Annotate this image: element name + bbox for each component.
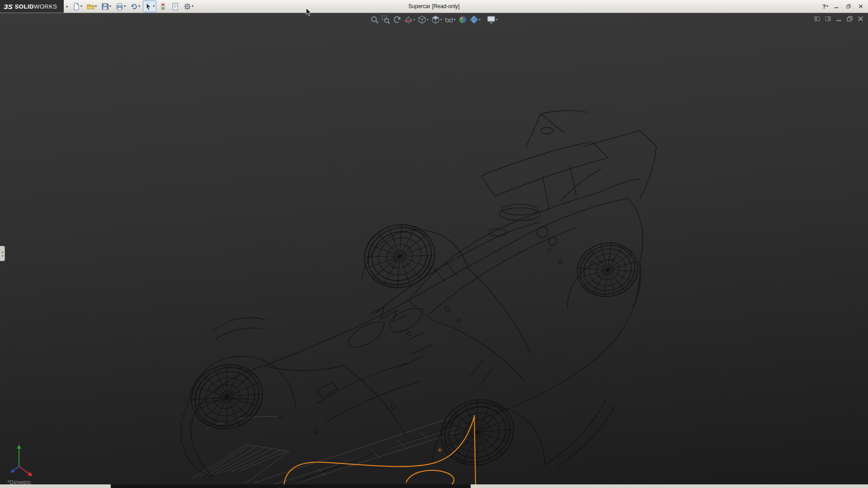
chevron-down-icon[interactable]: ▾ [826, 5, 828, 8]
zoom-to-fit-button[interactable] [369, 15, 380, 24]
chevron-down-icon[interactable]: ▾ [124, 5, 126, 8]
chevron-down-icon[interactable]: ▾ [95, 5, 97, 8]
minimize-icon [836, 16, 842, 22]
section-view-icon [404, 15, 413, 24]
open-icon [87, 3, 94, 10]
chevron-down-icon[interactable]: ▾ [80, 5, 82, 8]
new-document-button[interactable]: ▾ [71, 0, 84, 12]
view-orientation-button[interactable]: ▾ [417, 15, 429, 24]
view-orientation-label: *Dimetric [7, 479, 31, 484]
previous-view-icon [393, 15, 401, 24]
wheel-wireframe-front-right [350, 209, 449, 304]
undo-button[interactable]: ▾ [128, 0, 142, 12]
chevron-down-icon[interactable]: ▾ [479, 18, 481, 22]
new-document-icon [72, 3, 80, 10]
chevron-down-icon[interactable]: ▾ [153, 5, 155, 8]
brand-name-bold: SOLID [15, 3, 34, 10]
section-view-button[interactable]: ▾ [403, 15, 416, 24]
save-icon [101, 3, 109, 10]
chevron-down-icon[interactable]: ▾ [109, 5, 111, 8]
rebuild-icon [159, 3, 167, 10]
heads-up-view-toolbar: ▾ ▾ ▾ ▾ ▾ ▾ [369, 15, 499, 24]
edit-appearance-button[interactable] [458, 15, 468, 24]
display-style-button[interactable]: ▾ [430, 15, 443, 24]
print-icon [116, 3, 123, 10]
brand-mark: ЗS [4, 3, 13, 10]
options-button[interactable]: ▾ [182, 0, 195, 12]
minimize-button[interactable] [831, 2, 842, 11]
minimize-icon [834, 4, 839, 9]
select-cursor-icon [145, 3, 152, 10]
close-button[interactable] [855, 2, 866, 11]
taskbar-strip[interactable] [0, 484, 868, 488]
restore-button[interactable] [843, 2, 854, 11]
collapse-arrow-icon: ◂ [1, 254, 3, 257]
graphics-viewport[interactable]: ▾ ▾ ▾ ▾ ▾ ▾ ◂ ◂ [0, 13, 868, 484]
chevron-down-icon[interactable]: ▾ [454, 18, 456, 22]
file-properties-button[interactable] [170, 0, 181, 12]
view-settings-monitor-icon [487, 15, 495, 24]
brand-name-light: WORKS [34, 3, 57, 10]
pane-toggle-left-icon [814, 16, 820, 22]
selected-edge-highlight[interactable] [284, 415, 476, 484]
titlebar: ЗS SOLIDWORKS ▸ ▾ ▾ ▾ ▾ ▾ ▾ ▾ Supercar [… [0, 0, 868, 13]
select-button[interactable]: ▾ [143, 0, 156, 12]
close-icon [859, 4, 863, 9]
previous-view-button[interactable] [392, 15, 402, 24]
document-minimize-button[interactable] [835, 15, 843, 22]
edit-appearance-ball-icon [458, 15, 467, 24]
help-button[interactable]: ? ▾ [821, 3, 830, 10]
3d-viewport-canvas[interactable] [0, 13, 868, 484]
chevron-down-icon[interactable]: ▾ [496, 18, 498, 22]
wireframe-chassis [192, 416, 466, 484]
featuremanager-collapsed-tab[interactable]: ◂ ◂ [0, 246, 5, 261]
mouse-cursor [306, 8, 311, 16]
restore-icon [846, 4, 851, 9]
taskbar-apps-area[interactable] [111, 484, 471, 488]
rebuild-button[interactable] [157, 0, 169, 12]
document-restore-button[interactable] [845, 15, 854, 22]
open-button[interactable]: ▾ [85, 0, 99, 12]
document-close-button[interactable] [856, 15, 864, 22]
pane-toggle-left-button[interactable] [813, 15, 821, 22]
hide-show-items-button[interactable]: ▾ [444, 15, 457, 24]
reference-triad [10, 445, 33, 476]
file-properties-icon [171, 3, 179, 10]
view-settings-button[interactable]: ▾ [486, 15, 499, 24]
help-icon: ? [822, 3, 826, 10]
zoom-to-area-button[interactable] [381, 15, 391, 24]
hide-show-items-glasses-icon [445, 15, 453, 24]
chevron-down-icon[interactable]: ▾ [427, 18, 429, 22]
view-orientation-cube-icon [418, 15, 426, 24]
restore-icon [847, 16, 853, 22]
chevron-down-icon[interactable]: ▾ [440, 18, 442, 22]
pane-toggle-right-button[interactable] [824, 15, 832, 22]
toolbar-flyout-arrow-icon[interactable]: ▸ [65, 4, 71, 9]
zoom-to-area-icon [382, 15, 390, 24]
print-button[interactable]: ▾ [114, 0, 127, 12]
pane-toggle-right-icon [825, 16, 831, 22]
document-window-controls [813, 15, 864, 22]
undo-icon [130, 3, 138, 10]
close-icon [858, 16, 863, 22]
chevron-down-icon[interactable]: ▾ [138, 5, 140, 8]
display-style-icon [431, 15, 440, 24]
solidworks-logo: ЗS SOLIDWORKS [0, 0, 64, 13]
zoom-to-fit-icon [370, 15, 379, 24]
chevron-down-icon[interactable]: ▾ [413, 18, 415, 22]
options-gear-icon [184, 3, 191, 10]
apply-scene-globe-icon [470, 15, 478, 24]
titlebar-controls: ? ▾ [821, 0, 866, 13]
collapse-arrow-icon: ◂ [1, 250, 3, 253]
save-button[interactable]: ▾ [99, 0, 113, 12]
chevron-down-icon[interactable]: ▾ [192, 5, 193, 8]
apply-scene-button[interactable]: ▾ [469, 15, 481, 24]
